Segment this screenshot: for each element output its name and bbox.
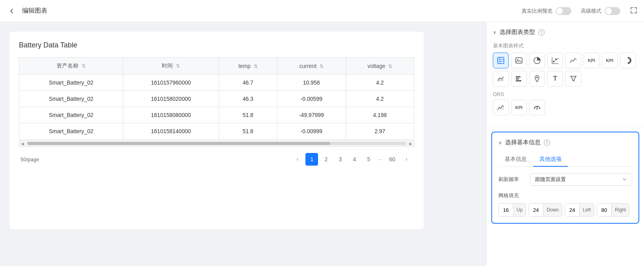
chevron-down-icon <box>622 177 627 182</box>
scroll-track[interactable] <box>27 142 406 145</box>
chart-type-line[interactable] <box>565 53 581 68</box>
refresh-select-wrapper: 跟随页面设置 <box>530 173 632 186</box>
grid-input-up[interactable]: Up <box>498 203 526 217</box>
table-cell: 51.8 <box>219 123 277 140</box>
table-row: Smart_Battery_02161015802000046.3-0.0059… <box>19 91 414 107</box>
chart-type-donut[interactable] <box>620 53 636 68</box>
chart-card: Battery Data Table 资产名称 ⇅ 时间 ⇅ temp ⇅ cu… <box>9 32 424 229</box>
table-body: Smart_Battery_02161015796000046.710.9584… <box>19 75 414 140</box>
grid-input-down[interactable]: Down <box>528 203 562 217</box>
header-left: 编辑图表 <box>6 6 47 17</box>
chart-type-text[interactable]: T <box>547 71 563 87</box>
svg-point-5 <box>517 59 519 60</box>
help-icon-chart-type[interactable]: ? <box>538 29 545 36</box>
table-cell: -0.00999 <box>277 123 346 140</box>
chart-type-area[interactable] <box>493 71 509 87</box>
data-table: 资产名称 ⇅ 时间 ⇅ temp ⇅ current ⇅ voltage ⇅ S… <box>19 57 414 140</box>
next-page-btn[interactable]: › <box>400 153 413 166</box>
grid-inputs: Up Down Left Right <box>498 203 632 217</box>
grid-down-input[interactable] <box>529 204 543 216</box>
sort-icon-asset: ⇅ <box>82 63 86 69</box>
tabs: 基本信息 其他选项 <box>498 153 632 167</box>
collapse-icon-basic[interactable]: ∨ <box>498 140 502 145</box>
scroll-left-arrow[interactable]: ◀ <box>19 141 26 146</box>
basic-info-section: ∨ 选择基本信息 ? 基本信息 其他选项 刷新频率 跟随页面设置 网格填充 <box>491 132 639 224</box>
table-cell: 4.198 <box>346 107 414 123</box>
advanced-toggle[interactable] <box>605 7 620 15</box>
col-temp[interactable]: temp ⇅ <box>219 58 277 75</box>
chart-type-kpi1[interactable]: KPI <box>584 53 599 68</box>
expand-icon[interactable] <box>630 6 638 16</box>
table-cell: 1610158080000 <box>123 107 219 123</box>
svg-point-10 <box>553 61 554 62</box>
scroll-thumb[interactable] <box>27 142 330 145</box>
page-btn-3[interactable]: 3 <box>334 153 346 166</box>
svg-point-16 <box>536 77 538 78</box>
page-btn-60[interactable]: 60 <box>386 153 399 166</box>
sort-icon-temp: ⇅ <box>254 64 258 69</box>
header-right: 真实比例预览 高级模式 <box>522 6 638 16</box>
advanced-toggle-group: 高级模式 <box>581 7 620 15</box>
col-current[interactable]: current ⇅ <box>277 58 346 75</box>
chart-type-bar[interactable] <box>511 71 527 87</box>
col-asset[interactable]: 资产名称 ⇅ <box>19 58 123 75</box>
chart-type-funnel[interactable] <box>565 71 581 87</box>
table-cell: 10.958 <box>277 75 346 91</box>
col-time[interactable]: 时间 ⇅ <box>123 58 219 75</box>
tab-basic[interactable]: 基本信息 <box>498 153 533 167</box>
page-size: 50/page <box>21 157 39 162</box>
page-btn-1[interactable]: 1 <box>305 153 318 166</box>
grid-input-right[interactable]: Right <box>597 203 629 217</box>
ors-gauge-btn[interactable] <box>529 100 545 115</box>
chart-type-header: ∨ 选择图表类型 ? <box>493 28 638 36</box>
chart-type-pie[interactable] <box>529 53 545 68</box>
chart-type-map[interactable] <box>529 71 545 87</box>
tab-other[interactable]: 其他选项 <box>533 153 568 167</box>
chart-type-image[interactable] <box>511 53 527 68</box>
page-btn-4[interactable]: 4 <box>348 153 361 166</box>
table-cell: Smart_Battery_02 <box>19 107 123 123</box>
refresh-select[interactable]: 跟随页面设置 <box>530 173 632 186</box>
table-cell: -49.97999 <box>277 107 346 123</box>
grid-left-label: Left <box>579 204 594 216</box>
preview-toggle[interactable] <box>556 7 571 15</box>
col-voltage[interactable]: voltage ⇅ <box>346 58 414 75</box>
canvas-area: Battery Data Table 资产名称 ⇅ 时间 ⇅ temp ⇅ cu… <box>0 22 486 266</box>
help-icon-basic-info[interactable]: ? <box>544 140 550 146</box>
page-btn-2[interactable]: 2 <box>320 153 332 166</box>
ors-kpi-btn[interactable]: KPI <box>511 100 527 115</box>
table-cell: Smart_Battery_02 <box>19 123 123 140</box>
preview-label: 真实比例预览 <box>522 8 552 15</box>
chart-type-scatter[interactable] <box>547 53 563 68</box>
table-cell: 1610158020000 <box>123 91 219 107</box>
chart-type-section: ∨ 选择图表类型 ? 基本图表样式 <box>487 22 644 127</box>
table-cell: 4.2 <box>346 91 414 107</box>
refresh-label: 刷新频率 <box>498 176 530 183</box>
svg-point-18 <box>537 109 538 110</box>
grid-left-input[interactable] <box>565 204 579 216</box>
table-row: Smart_Battery_02161015796000046.710.9584… <box>19 75 414 91</box>
refresh-select-value: 跟随页面设置 <box>535 176 566 183</box>
grid-right-input[interactable] <box>597 204 611 216</box>
grid-input-left[interactable]: Left <box>565 203 594 217</box>
scroll-right-arrow[interactable]: ▶ <box>408 141 414 146</box>
grid-right-label: Right <box>611 204 629 216</box>
chart-type-table[interactable] <box>493 53 509 68</box>
prev-page-btn[interactable]: ‹ <box>291 153 304 166</box>
chart-title: Battery Data Table <box>19 41 414 49</box>
table-cell: 2.97 <box>346 123 414 140</box>
back-button[interactable] <box>6 6 17 17</box>
ors-line-btn[interactable] <box>493 100 509 115</box>
svg-rect-4 <box>516 58 522 63</box>
header: 编辑图表 真实比例预览 高级模式 <box>0 0 644 22</box>
page-nav: ‹ 1 2 3 4 5 ··· 60 › <box>291 153 413 166</box>
svg-rect-15 <box>516 80 521 81</box>
collapse-icon[interactable]: ∨ <box>493 30 496 35</box>
table-cell: -0.00599 <box>277 91 346 107</box>
horizontal-scrollbar[interactable]: ◀ ▶ <box>19 140 414 147</box>
page-btn-5[interactable]: 5 <box>362 153 375 166</box>
chart-type-kpi2[interactable]: KPI <box>602 53 618 68</box>
table-head: 资产名称 ⇅ 时间 ⇅ temp ⇅ current ⇅ voltage ⇅ <box>19 58 414 75</box>
table-cell: 1610158140000 <box>123 123 219 140</box>
grid-up-input[interactable] <box>499 204 513 216</box>
